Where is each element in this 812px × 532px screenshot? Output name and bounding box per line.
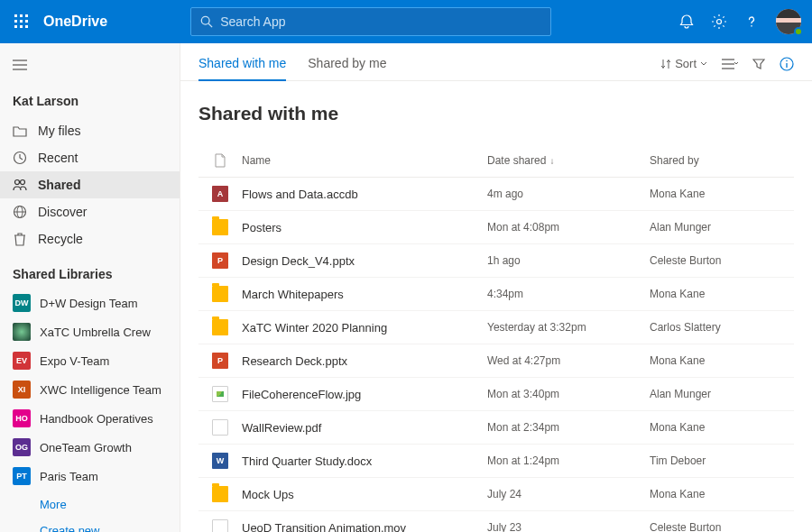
app-title: OneDrive bbox=[43, 14, 107, 30]
svg-point-16 bbox=[15, 180, 20, 185]
file-shared-by: Celeste Burton bbox=[650, 521, 794, 532]
library-badge: PT bbox=[13, 467, 31, 485]
info-icon[interactable] bbox=[780, 57, 794, 71]
col-header-shared-by[interactable]: Shared by bbox=[650, 154, 794, 167]
file-date: Mon at 1:24pm bbox=[487, 454, 650, 467]
file-shared-by: Mona Kane bbox=[650, 421, 794, 434]
avatar[interactable] bbox=[776, 9, 801, 34]
col-header-date[interactable]: Date shared ↓ bbox=[487, 154, 650, 167]
tab-shared-with-me[interactable]: Shared with me bbox=[198, 52, 286, 81]
search-box[interactable] bbox=[190, 7, 551, 36]
svg-line-10 bbox=[208, 23, 212, 27]
file-type-icon: P bbox=[212, 353, 228, 369]
file-icon-cell bbox=[198, 419, 242, 436]
view-options-button[interactable] bbox=[722, 58, 738, 70]
svg-rect-1 bbox=[20, 14, 23, 17]
file-icon-cell bbox=[198, 486, 242, 502]
table-row[interactable]: PostersMon at 4:08pmAlan Munger bbox=[198, 211, 794, 244]
library-item[interactable]: PTParis Team bbox=[0, 462, 180, 491]
table-row[interactable]: ▶UeoD Transition Animation.movJuly 23Cel… bbox=[198, 511, 794, 532]
app-launcher-icon[interactable] bbox=[11, 11, 32, 32]
sort-icon bbox=[660, 59, 671, 69]
help-icon[interactable] bbox=[743, 14, 760, 30]
nav-item-discover[interactable]: Discover bbox=[0, 198, 180, 225]
tabs-row: Shared with meShared by me Sort bbox=[180, 43, 812, 81]
svg-rect-2 bbox=[25, 14, 28, 17]
table-row[interactable]: AFlows and Data.accdb4m agoMona Kane bbox=[198, 178, 794, 211]
sidebar: Kat Larson My filesRecentSharedDiscoverR… bbox=[0, 43, 180, 532]
file-type-icon bbox=[212, 286, 228, 302]
library-item[interactable]: HOHandbook Operatives bbox=[0, 404, 180, 433]
nav-label: Discover bbox=[38, 205, 87, 219]
table-row[interactable]: PDesign Deck_V4.pptx1h agoCeleste Burton bbox=[198, 244, 794, 278]
col-header-name[interactable]: Name bbox=[242, 154, 487, 167]
page-title: Shared with me bbox=[198, 103, 794, 124]
library-label: D+W Design Team bbox=[40, 297, 138, 310]
file-type-icon bbox=[212, 219, 228, 235]
globe-icon bbox=[13, 205, 27, 219]
nav-item-recent[interactable]: Recent bbox=[0, 144, 180, 171]
people-icon bbox=[13, 178, 27, 192]
search-input[interactable] bbox=[220, 14, 541, 29]
filter-icon[interactable] bbox=[752, 58, 765, 70]
file-date: Mon at 3:40pm bbox=[487, 388, 650, 400]
file-icon-cell bbox=[198, 286, 242, 302]
file-table: Name Date shared ↓ Shared by AFlows and … bbox=[198, 146, 794, 532]
presence-indicator bbox=[794, 27, 803, 36]
file-icon-cell: W bbox=[198, 453, 242, 469]
file-date: Mon at 2:34pm bbox=[487, 421, 650, 434]
nav-item-shared[interactable]: Shared bbox=[0, 171, 180, 198]
clock-icon bbox=[13, 151, 27, 165]
library-item[interactable]: DWD+W Design Team bbox=[0, 289, 180, 317]
file-type-icon: W bbox=[212, 453, 228, 469]
content: Shared with me Name Date shared ↓ Shared… bbox=[180, 81, 812, 532]
tab-shared-by-me[interactable]: Shared by me bbox=[308, 52, 386, 81]
svg-rect-8 bbox=[25, 25, 28, 28]
svg-point-25 bbox=[786, 60, 788, 61]
table-row[interactable]: WThird Quarter Study.docxMon at 1:24pmTi… bbox=[198, 445, 794, 478]
file-icon-cell bbox=[198, 319, 242, 335]
table-row[interactable]: XaTC Winter 2020 PlanningYesterday at 3:… bbox=[198, 311, 794, 344]
library-item[interactable]: XIXWC Intelligence Team bbox=[0, 375, 180, 404]
file-shared-by: Alan Munger bbox=[650, 221, 794, 234]
file-name: March Whitepapers bbox=[242, 288, 487, 301]
sidebar-more-link[interactable]: More bbox=[0, 491, 180, 517]
file-shared-by: Mona Kane bbox=[650, 188, 794, 200]
sort-label: Sort bbox=[675, 57, 697, 70]
settings-icon[interactable] bbox=[711, 14, 727, 30]
file-shared-by: Carlos Slattery bbox=[650, 321, 794, 334]
table-row[interactable]: FileCoherenceFlow.jpgMon at 3:40pmAlan M… bbox=[198, 378, 794, 411]
library-label: XaTC Umbrella Crew bbox=[40, 326, 151, 339]
nav-label: Shared bbox=[38, 178, 80, 192]
table-row[interactable]: PResearch Deck.pptxWed at 4:27pmMona Kan… bbox=[198, 344, 794, 378]
file-shared-by: Alan Munger bbox=[650, 388, 794, 400]
file-type-icon bbox=[212, 386, 228, 402]
file-date: July 23 bbox=[487, 521, 650, 532]
file-type-icon bbox=[212, 319, 228, 335]
sort-button[interactable]: Sort bbox=[660, 57, 707, 70]
nav-label: My files bbox=[38, 124, 80, 138]
sidebar-create-link[interactable]: Create new bbox=[0, 517, 180, 532]
file-type-icon bbox=[212, 419, 228, 436]
hamburger-icon[interactable] bbox=[0, 50, 180, 81]
nav-item-recycle[interactable]: Recycle bbox=[0, 225, 180, 252]
svg-point-9 bbox=[201, 16, 209, 24]
nav-label: Recycle bbox=[38, 232, 83, 246]
nav-item-my-files[interactable]: My files bbox=[0, 117, 180, 144]
file-name: FileCoherenceFlow.jpg bbox=[242, 388, 487, 401]
file-name: Design Deck_V4.pptx bbox=[242, 254, 487, 268]
library-label: Paris Team bbox=[40, 470, 98, 483]
svg-point-17 bbox=[21, 180, 25, 185]
table-row[interactable]: Mock UpsJuly 24Mona Kane bbox=[198, 478, 794, 511]
library-item[interactable]: EVExpo V-Team bbox=[0, 346, 180, 375]
svg-rect-6 bbox=[14, 25, 17, 28]
file-name: Mock Ups bbox=[242, 488, 487, 501]
library-item[interactable]: OGOneTeam Growth bbox=[0, 433, 180, 462]
library-item[interactable]: XaTC Umbrella Crew bbox=[0, 317, 180, 346]
file-icon-cell: A bbox=[198, 186, 242, 202]
notifications-icon[interactable] bbox=[678, 14, 695, 30]
table-row[interactable]: March Whitepapers4:34pmMona Kane bbox=[198, 278, 794, 311]
svg-rect-5 bbox=[25, 20, 28, 23]
library-badge bbox=[13, 323, 31, 341]
table-row[interactable]: WallReview.pdfMon at 2:34pmMona Kane bbox=[198, 411, 794, 445]
